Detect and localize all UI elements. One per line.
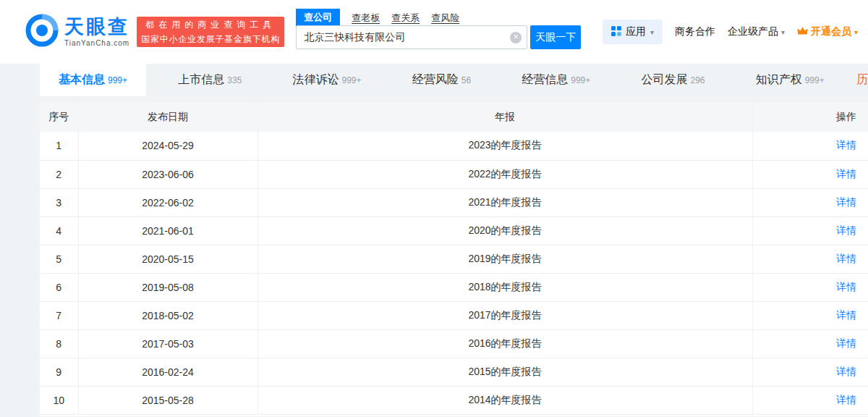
report-name-cell: 2023的年度报告 xyxy=(258,132,752,160)
tab-legal-proceedings[interactable]: 法律诉讼999+ xyxy=(273,64,380,96)
brand-domain: TianYanCha.com xyxy=(64,40,129,47)
apps-menu[interactable]: 应用 ▾ xyxy=(603,20,663,44)
publish-date-cell: 2015-05-28 xyxy=(78,386,258,414)
vip-label: 开通会员 xyxy=(811,25,851,38)
publish-date-cell: 2017-05-03 xyxy=(78,329,258,358)
action-cell: 详情 xyxy=(752,188,868,216)
tab-intellectual-property[interactable]: 知识产权999+ xyxy=(737,64,843,96)
search-tab[interactable]: 查公司 xyxy=(296,9,340,26)
chevron-down-icon: ▾ xyxy=(781,28,785,36)
table-row: 102015-05-282014的年度报告详情 xyxy=(40,386,868,414)
tab-operating-risk[interactable]: 经营风险56 xyxy=(393,64,490,96)
tab-label: 经营风险 xyxy=(412,72,459,88)
tab-basic-info[interactable]: 基本信息999+ xyxy=(40,64,146,96)
publish-date-cell: 2022-06-02 xyxy=(78,188,258,216)
row-index-cell: 9 xyxy=(40,358,78,386)
nav-enterprise-products[interactable]: 企业级产品 ▾ xyxy=(728,25,785,38)
search-button[interactable]: 天眼一下 xyxy=(530,25,581,49)
search-input[interactable] xyxy=(296,25,527,49)
tab-label: 公司发展 xyxy=(642,72,688,88)
publish-date-cell: 2020-05-15 xyxy=(78,245,258,273)
tab-label: 上市信息 xyxy=(178,72,224,88)
apps-grid-icon xyxy=(611,26,621,38)
header-nav: 应用 ▾ 商务合作 企业级产品 ▾ 开通会员 ▾ xyxy=(603,20,868,44)
search-tab[interactable]: 查风险 xyxy=(431,12,459,26)
table-row: 32022-06-022021的年度报告详情 xyxy=(40,188,868,216)
action-cell: 详情 xyxy=(752,245,868,273)
detail-link[interactable]: 详情 xyxy=(836,168,856,180)
col-header-publish-date: 发布日期 xyxy=(78,102,258,132)
report-name-cell: 2020的年度报告 xyxy=(258,216,752,245)
report-name-cell: 2016的年度报告 xyxy=(258,329,752,358)
action-cell: 详情 xyxy=(752,273,868,301)
tab-count: 999+ xyxy=(805,75,825,85)
table-body: 12024-05-292023的年度报告详情22023-06-062022的年度… xyxy=(40,132,868,414)
tab-listing-info[interactable]: 上市信息335 xyxy=(159,64,260,96)
annual-report-table: 序号 发布日期 年报 操作 12024-05-292023的年度报告详情2202… xyxy=(40,102,868,415)
action-cell: 详情 xyxy=(752,329,868,358)
detail-link[interactable]: 详情 xyxy=(836,394,856,405)
publish-date-cell: 2016-02-24 xyxy=(78,358,258,386)
detail-link[interactable]: 详情 xyxy=(836,253,856,264)
search-input-wrap: × xyxy=(296,25,527,49)
tab-count: 56 xyxy=(461,75,471,85)
report-name-cell: 2017的年度报告 xyxy=(258,301,752,329)
header-search: 查公司查老板查关系查风险 × 天眼一下 xyxy=(296,0,584,64)
crown-icon xyxy=(797,26,808,38)
row-index-cell: 10 xyxy=(40,386,78,414)
table-row: 42021-06-012020的年度报告详情 xyxy=(40,216,868,245)
apps-label: 应用 xyxy=(626,25,646,38)
detail-link[interactable]: 详情 xyxy=(836,337,856,349)
table-row: 52020-05-152019的年度报告详情 xyxy=(40,245,868,273)
search-tab[interactable]: 查关系 xyxy=(391,12,420,26)
search-tab[interactable]: 查老板 xyxy=(352,12,380,26)
detail-link[interactable]: 详情 xyxy=(836,196,856,208)
col-header-action: 操作 xyxy=(752,102,868,132)
chevron-down-icon: ▾ xyxy=(854,28,858,36)
publish-date-cell: 2018-05-02 xyxy=(78,301,258,329)
tianyancha-logo[interactable]: 天眼查 TianYanCha.com xyxy=(25,14,129,50)
row-index-cell: 2 xyxy=(40,160,78,188)
section-tabs: 基本信息999+上市信息335法律诉讼999+经营风险56经营信息999+公司发… xyxy=(0,64,868,96)
tab-count: 335 xyxy=(227,75,242,85)
detail-link[interactable]: 详情 xyxy=(836,281,856,292)
action-cell: 详情 xyxy=(752,301,868,329)
report-name-cell: 2022的年度报告 xyxy=(258,160,752,188)
tab-operating-info[interactable]: 经营信息999+ xyxy=(503,64,609,96)
action-cell: 详情 xyxy=(752,386,868,414)
promo-line2: 国家中小企业发展子基金旗下机构 xyxy=(141,33,280,46)
tab-company-development[interactable]: 公司发展296 xyxy=(623,64,724,96)
promo-banner: 都在用的商业查询工具 国家中小企业发展子基金旗下机构 xyxy=(137,17,284,47)
brand-name: 天眼查 xyxy=(64,17,129,37)
business-cooperation-label: 商务合作 xyxy=(675,25,715,38)
tab-label: 知识产权 xyxy=(756,72,802,88)
tab-label: 法律诉讼 xyxy=(292,72,339,88)
table-row: 92016-02-242015的年度报告详情 xyxy=(40,358,868,386)
tab-history[interactable]: 历史 xyxy=(856,64,868,96)
row-index-cell: 7 xyxy=(40,301,78,329)
tab-label: 基本信息 xyxy=(59,72,105,88)
tab-count: 999+ xyxy=(341,75,361,85)
detail-link[interactable]: 详情 xyxy=(836,366,856,377)
nav-vip-membership[interactable]: 开通会员 ▾ xyxy=(797,25,858,38)
action-cell: 详情 xyxy=(752,160,868,188)
row-index-cell: 6 xyxy=(40,273,78,301)
search-box: × 天眼一下 xyxy=(296,25,581,49)
search-tabs: 查公司查老板查关系查风险 xyxy=(296,9,459,26)
enterprise-products-label: 企业级产品 xyxy=(728,25,778,38)
row-index-cell: 5 xyxy=(40,245,78,273)
table-row: 12024-05-292023的年度报告详情 xyxy=(40,132,868,160)
row-index-cell: 3 xyxy=(40,188,78,216)
detail-link[interactable]: 详情 xyxy=(836,224,856,236)
promo-line1: 都在用的商业查询工具 xyxy=(141,19,280,31)
nav-business-cooperation[interactable]: 商务合作 xyxy=(675,25,715,38)
tianyancha-eye-logo-icon xyxy=(25,14,59,50)
table-row: 62019-05-082018的年度报告详情 xyxy=(40,273,868,301)
report-name-cell: 2021的年度报告 xyxy=(258,188,752,216)
row-index-cell: 4 xyxy=(40,216,78,245)
action-cell: 详情 xyxy=(752,132,868,160)
detail-link[interactable]: 详情 xyxy=(836,139,856,151)
clear-search-icon[interactable]: × xyxy=(510,32,522,43)
publish-date-cell: 2019-05-08 xyxy=(78,273,258,301)
detail-link[interactable]: 详情 xyxy=(836,309,856,321)
